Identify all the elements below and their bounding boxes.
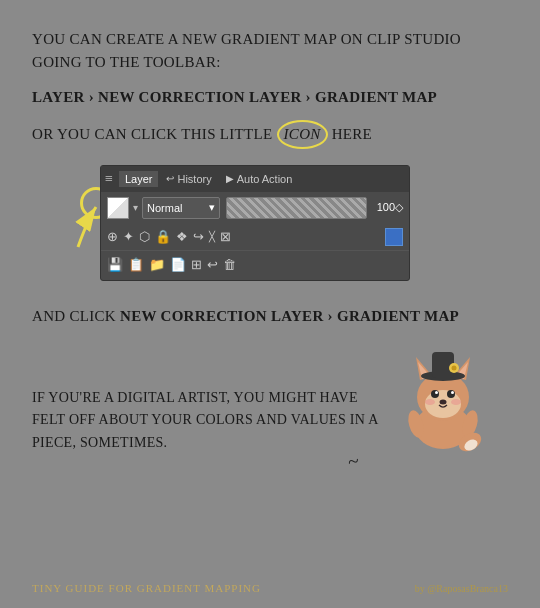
delete-icon[interactable]: 🗑 — [223, 257, 236, 273]
save-layer-icon[interactable]: 💾 — [107, 257, 123, 273]
footer: Tiny Guide for Gradient Mapping by @Rapo… — [32, 582, 508, 594]
layer-thumbnail — [107, 197, 129, 219]
new-layer-icon[interactable]: 📄 — [170, 257, 186, 273]
svg-point-12 — [440, 400, 447, 405]
svg-point-11 — [451, 391, 454, 394]
svg-point-10 — [435, 391, 438, 394]
tab-history[interactable]: ↩ History — [160, 171, 217, 187]
color-swatch-blue[interactable] — [385, 228, 403, 246]
toolbar-box: ≡ Layer ↩ History ▶ Auto Action ▾ No — [100, 165, 410, 281]
svg-point-13 — [425, 399, 435, 405]
tool-icon-8[interactable]: ⊠ — [220, 229, 231, 245]
paragraph-2: or you can click this little icon here — [32, 120, 508, 149]
svg-point-18 — [452, 366, 457, 371]
footer-credit: by @RaposasBranca13 — [415, 583, 508, 594]
clipboard-icon[interactable]: 📋 — [128, 257, 144, 273]
tab-auto-action[interactable]: ▶ Auto Action — [220, 171, 299, 187]
footer-title: Tiny Guide for Gradient Mapping — [32, 582, 261, 594]
bottom-text-col: If you're a digital artist, you might ha… — [32, 387, 378, 462]
toolbar-row3: 💾 📋 📁 📄 ⊞ ↩ 🗑 — [101, 250, 409, 280]
paragraph-1: You can create a new gradient map on Cli… — [32, 28, 508, 75]
icon-highlight: icon — [277, 120, 328, 149]
tool-icon-6[interactable]: ↪ — [193, 229, 204, 245]
tool-icon-4[interactable]: 🔒 — [155, 229, 171, 245]
heading-1: Layer › New Correction Layer › Gradient … — [32, 89, 508, 106]
paragraph-3: and click New Correction Layer › Gradien… — [32, 305, 508, 328]
layer-thumb-chevron[interactable]: ▾ — [133, 202, 138, 213]
tool-icon-3[interactable]: ⬡ — [139, 229, 150, 245]
toolbar-tabs: ≡ Layer ↩ History ▶ Auto Action — [101, 166, 409, 192]
auto-action-icon: ▶ — [226, 173, 234, 184]
blend-mode-value: Normal — [147, 202, 182, 214]
folder-icon[interactable]: 📁 — [149, 257, 165, 273]
opacity-preview — [226, 197, 367, 219]
paragraph-2-after: here — [328, 126, 372, 142]
squiggle-decoration: ~ — [346, 447, 370, 473]
paragraph-3-before: and click — [32, 308, 120, 324]
mascot-area: ~ — [378, 342, 508, 462]
blend-mode-dropdown[interactable]: Normal ▾ — [142, 197, 220, 219]
opacity-stepper[interactable]: ◇ — [395, 201, 403, 213]
tool-icon-5[interactable]: ❖ — [176, 229, 188, 245]
paragraph-2-before: or you can click this little — [32, 126, 277, 142]
toolbar-row2: ⊕ ✦ ⬡ 🔒 ❖ ↪ ╳ ⊠ — [101, 224, 409, 250]
paragraph-3-bold: New Correction Layer › Gradient map — [120, 308, 459, 324]
mascot-illustration — [378, 342, 498, 457]
tool-icon-2[interactable]: ✦ — [123, 229, 134, 245]
bottom-section: If you're a digital artist, you might ha… — [32, 342, 508, 462]
paragraph-4: If you're a digital artist, you might ha… — [32, 387, 378, 454]
auto-action-tab-label: Auto Action — [237, 173, 293, 185]
layer-tab-label: Layer — [125, 173, 153, 185]
blend-mode-chevron: ▾ — [209, 201, 215, 214]
main-container: You can create a new gradient map on Cli… — [0, 0, 540, 608]
hamburger-menu-icon[interactable]: ≡ — [105, 171, 117, 187]
tab-layer[interactable]: Layer — [119, 171, 159, 187]
svg-point-9 — [447, 390, 455, 398]
history-tab-label: History — [177, 173, 211, 185]
svg-point-8 — [431, 390, 439, 398]
undo-icon[interactable]: ↩ — [207, 257, 218, 273]
opacity-value: 100◇ — [371, 201, 403, 214]
tool-icon-7[interactable]: ╳ — [209, 231, 215, 242]
svg-point-14 — [451, 399, 461, 405]
history-icon: ↩ — [166, 173, 174, 184]
grid-icon[interactable]: ⊞ — [191, 257, 202, 273]
toolbar-row1: ▾ Normal ▾ 100◇ — [101, 192, 409, 224]
tool-icon-1[interactable]: ⊕ — [107, 229, 118, 245]
